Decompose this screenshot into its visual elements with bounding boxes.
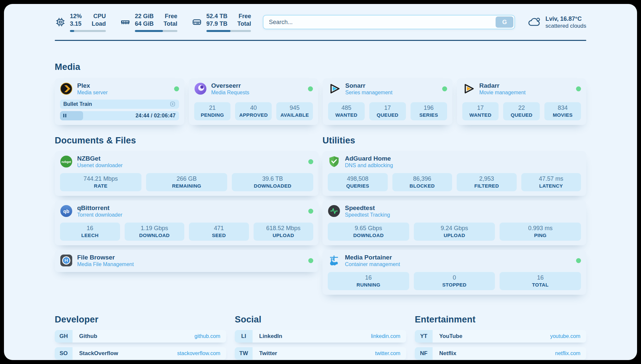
service-card-plex[interactable]: Plex Media server Bullet Train xyxy=(55,78,184,125)
bookmark-name[interactable]: Github xyxy=(73,330,195,343)
stat-value: 16 xyxy=(330,274,407,281)
bookmark-linkedin[interactable]: LI LinkedIn linkedin.com xyxy=(235,330,406,343)
stat-label: BLOCKED xyxy=(394,183,450,189)
stat-value: 498,508 xyxy=(330,175,386,182)
stat-label: STOPPED xyxy=(416,282,493,288)
stat-label: RATE xyxy=(62,183,139,189)
portainer-icon xyxy=(328,254,340,267)
stat-block: 22 QUEUED xyxy=(503,102,540,120)
service-name[interactable]: Radarr xyxy=(479,82,526,89)
bookmark-stackoverflow[interactable]: SO StackOverflow stackoverflow.com xyxy=(55,347,226,360)
stat-label: UPLOAD xyxy=(256,232,312,238)
service-subtitle: DNS and adblocking xyxy=(345,163,393,168)
bookmark-url[interactable]: github.com xyxy=(195,330,226,343)
stat-block: 86,396 BLOCKED xyxy=(392,173,452,191)
speedtest-icon xyxy=(328,205,340,217)
stat-label: SERIES xyxy=(412,112,445,118)
service-name[interactable]: File Browser xyxy=(77,254,134,261)
bookmark-twitter[interactable]: TW Twitter twitter.com xyxy=(235,347,406,360)
service-subtitle: Usenet downloader xyxy=(77,163,123,168)
service-card-nzbget[interactable]: nzbget NZBGet Usenet downloader 74 xyxy=(55,151,319,196)
service-name[interactable]: Sonarr xyxy=(345,82,392,89)
stat-value: 945 xyxy=(278,105,311,111)
stat-block: 16 RUNNING xyxy=(328,272,409,290)
bookmark-url[interactable]: twitter.com xyxy=(375,347,406,360)
disk-total-value: 97.9 TB xyxy=(206,20,228,28)
ram-total-value: 64 GiB xyxy=(135,20,154,28)
status-dot xyxy=(308,86,313,91)
stat-block: 266 GB REMAINING xyxy=(146,173,228,191)
section-title-media: Media xyxy=(55,62,586,72)
stat-value: 196 xyxy=(412,105,445,111)
search-provider-button[interactable]: G xyxy=(496,16,513,28)
pause-icon xyxy=(63,114,66,117)
stat-label: WANTED xyxy=(330,112,363,118)
bookmark-name[interactable]: YouTube xyxy=(433,330,550,343)
disk-free-value: 52.4 TB xyxy=(206,13,228,20)
service-card-radarr[interactable]: Radarr Movie management 17 WANTED 22 QUE… xyxy=(457,78,587,125)
ram-label-top: Free xyxy=(165,13,177,20)
stat-label: AVAILABLE xyxy=(278,112,311,118)
sonarr-icon xyxy=(328,82,341,95)
service-card-qbittorrent[interactable]: qb qBittorrent Torrent downloader xyxy=(55,200,319,245)
playback-time: 24:44 / 02:06:47 xyxy=(136,113,176,119)
service-name[interactable]: Speedtest xyxy=(345,204,390,212)
svg-text:qb: qb xyxy=(63,208,69,214)
bookmark-youtube[interactable]: YT YouTube youtube.com xyxy=(415,330,586,343)
service-name[interactable]: Plex xyxy=(77,82,107,89)
bookmark-name[interactable]: Netflix xyxy=(433,347,555,360)
status-dot xyxy=(308,159,313,164)
bookmark-url[interactable]: netflix.com xyxy=(555,347,586,360)
stat-value: 9.24 Gbps xyxy=(416,225,493,232)
service-name[interactable]: NZBGet xyxy=(77,155,123,162)
stat-value: 40 xyxy=(237,105,270,111)
bookmark-url[interactable]: linkedin.com xyxy=(371,330,406,343)
bookmark-github[interactable]: GH Github github.com xyxy=(55,330,226,343)
stat-label: WANTED xyxy=(464,112,497,118)
now-playing-row: Bullet Train xyxy=(60,100,179,109)
bookmark-group-social: Social LI LinkedIn linkedin.com TW Twitt… xyxy=(235,315,406,360)
stat-block: 16 TOTAL xyxy=(500,272,581,290)
stat-label: FILTERED xyxy=(459,183,515,189)
service-name[interactable]: qBittorrent xyxy=(77,204,122,212)
stat-value: 0.993 ms xyxy=(502,225,579,232)
stat-label: RUNNING xyxy=(330,282,407,288)
section-title-documents: Documents & Files xyxy=(55,136,319,146)
service-name[interactable]: Media Portainer xyxy=(345,254,400,261)
bookmark-name[interactable]: Twitter xyxy=(253,347,375,360)
service-name[interactable]: AdGuard Home xyxy=(345,155,393,162)
service-card-filebrowser[interactable]: File Browser Media File Management xyxy=(55,250,319,272)
stat-block: 2,953 FILTERED xyxy=(457,173,517,191)
service-card-portainer[interactable]: Media Portainer Container management 16 … xyxy=(322,250,586,295)
section-title-utilities: Utilities xyxy=(322,136,586,146)
status-dot xyxy=(442,86,447,91)
weather-condition: scattered clouds xyxy=(545,22,586,29)
service-card-overseerr[interactable]: Overseerr Media Requests 21 PENDING 40 A… xyxy=(189,78,319,125)
dashboard-page: 12% 3.15 CPU Load xyxy=(4,4,637,360)
service-name[interactable]: Overseerr xyxy=(211,82,250,89)
stat-value: 39.6 TB xyxy=(234,175,311,182)
stat-label: DOWNLOAD xyxy=(330,232,407,238)
stat-value: 0 xyxy=(416,274,493,281)
service-card-sonarr[interactable]: Sonarr Series management 485 WANTED 17 Q… xyxy=(323,78,452,125)
cpu-label-bottom: Load xyxy=(92,20,106,28)
bookmark-url[interactable]: youtube.com xyxy=(550,330,586,343)
service-card-adguard[interactable]: AdGuard Home DNS and adblocking 498,508 … xyxy=(322,151,586,196)
bookmark-abbr: GH xyxy=(55,330,73,343)
stat-block: 1.19 Gbps DOWNLOAD xyxy=(125,223,185,241)
bookmark-name[interactable]: LinkedIn xyxy=(253,330,371,343)
bookmark-netflix[interactable]: NF Netflix netflix.com xyxy=(415,347,586,360)
stat-block: 39.6 TB DOWNLOADED xyxy=(232,173,313,191)
bookmark-abbr: YT xyxy=(415,330,433,343)
stat-value: 744.21 Mbps xyxy=(62,175,139,182)
stat-value: 834 xyxy=(546,105,579,111)
search-input[interactable] xyxy=(263,19,496,26)
service-card-speedtest[interactable]: Speedtest Speedtest Tracking 9.65 Gbps D… xyxy=(322,200,586,245)
bookmark-url[interactable]: stackoverflow.com xyxy=(177,347,226,360)
stat-block: 834 MOVIES xyxy=(544,102,581,120)
status-dot xyxy=(576,258,581,263)
stat-block: 196 SERIES xyxy=(411,102,447,120)
bookmark-name[interactable]: StackOverflow xyxy=(73,347,177,360)
search-bar[interactable]: G xyxy=(263,15,515,29)
ram-progress-bar xyxy=(135,30,177,32)
